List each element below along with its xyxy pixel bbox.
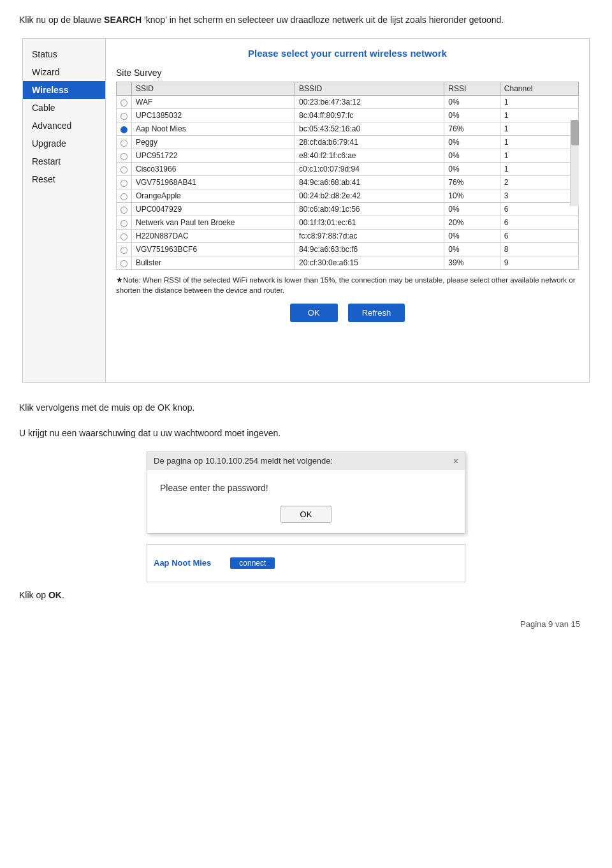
page-number: Pagina 9 van 15 bbox=[520, 619, 580, 629]
radio-cell-6[interactable] bbox=[117, 176, 132, 189]
table-row[interactable]: Peggy28:cf:da:b6:79:410%1 bbox=[117, 136, 579, 149]
table-row[interactable]: Cisco31966c0:c1:c0:07:9d:940%1 bbox=[117, 163, 579, 176]
channel-cell: 1 bbox=[500, 149, 578, 163]
rssi-cell: 0% bbox=[444, 96, 500, 109]
sidebar-item-upgrade[interactable]: Upgrade bbox=[23, 135, 105, 152]
sidebar-item-wireless[interactable]: Wireless bbox=[23, 81, 105, 99]
channel-cell: 1 bbox=[500, 96, 578, 109]
network-table: SSIDBSSIDRSSIChannel WAF00:23:be:47:3a:1… bbox=[116, 82, 579, 270]
channel-cell: 3 bbox=[500, 189, 578, 203]
table-row[interactable]: UPC951722e8:40:f2:1f:c6:ae0%1 bbox=[117, 149, 579, 163]
table-row[interactable]: UPC13850328c:04:ff:80:97:fc0%1 bbox=[117, 109, 579, 122]
table-header-channel: Channel bbox=[500, 82, 578, 96]
intro-bold: SEARCH bbox=[104, 15, 142, 25]
ssid-cell: VGV751963BCF6 bbox=[132, 243, 295, 256]
ssid-cell: Cisco31966 bbox=[132, 163, 295, 176]
bg-connect-button: connect bbox=[230, 557, 275, 569]
radio-unselected bbox=[120, 140, 127, 147]
radio-unselected bbox=[120, 153, 127, 160]
table-row[interactable]: UPC004792980:c6:ab:49:1c:560%6 bbox=[117, 203, 579, 216]
radio-cell-0[interactable] bbox=[117, 96, 132, 109]
rssi-cell: 0% bbox=[444, 149, 500, 163]
bssid-cell: fc:c8:97:88:7d:ac bbox=[295, 230, 444, 243]
refresh-button[interactable]: Refresh bbox=[348, 304, 405, 322]
radio-cell-11[interactable] bbox=[117, 243, 132, 256]
main-content: Please select your current wireless netw… bbox=[106, 39, 589, 382]
radio-cell-3[interactable] bbox=[117, 136, 132, 149]
radio-unselected bbox=[120, 193, 127, 200]
radio-unselected bbox=[120, 207, 127, 214]
rssi-cell: 0% bbox=[444, 203, 500, 216]
radio-cell-10[interactable] bbox=[117, 230, 132, 243]
bssid-cell: e8:40:f2:1f:c6:ae bbox=[295, 149, 444, 163]
table-header-ssid: SSID bbox=[132, 82, 295, 96]
radio-cell-4[interactable] bbox=[117, 149, 132, 163]
sidebar-item-status[interactable]: Status bbox=[23, 45, 105, 63]
scrollbar-thumb bbox=[571, 120, 579, 145]
radio-unselected bbox=[120, 247, 127, 254]
ssid-cell: Bullster bbox=[132, 256, 295, 270]
table-row[interactable]: Aap Noot Miesbc:05:43:52:16:a076%1 bbox=[117, 122, 579, 136]
bssid-cell: bc:05:43:52:16:a0 bbox=[295, 122, 444, 136]
radio-cell-1[interactable] bbox=[117, 109, 132, 122]
bssid-cell: 00:23:be:47:3a:12 bbox=[295, 96, 444, 109]
bssid-cell: 84:9c:a6:63:bc:f6 bbox=[295, 243, 444, 256]
radio-unselected bbox=[120, 220, 127, 227]
network-table-wrapper: SSIDBSSIDRSSIChannel WAF00:23:be:47:3a:1… bbox=[116, 82, 579, 270]
radio-unselected bbox=[120, 260, 127, 267]
radio-cell-9[interactable] bbox=[117, 216, 132, 230]
radio-cell-2[interactable] bbox=[117, 122, 132, 136]
intro-text-after: 'knop' in het scherm en selecteer uw dra… bbox=[142, 15, 504, 25]
sidebar-item-wizard[interactable]: Wizard bbox=[23, 63, 105, 81]
table-row[interactable]: Netwerk van Paul ten Broeke00:1f:f3:01:e… bbox=[117, 216, 579, 230]
router-ui-screenshot: StatusWizardWirelessCableAdvancedUpgrade… bbox=[22, 38, 590, 383]
bssid-cell: 28:cf:da:b6:79:41 bbox=[295, 136, 444, 149]
section3-text: U krijgt nu een waarschuwing dat u uw wa… bbox=[19, 426, 593, 441]
ok-button[interactable]: OK bbox=[290, 304, 338, 322]
channel-cell: 6 bbox=[500, 216, 578, 230]
dialog-body: Please enter the password! OK bbox=[147, 470, 465, 533]
dialog-ok-button[interactable]: OK bbox=[280, 506, 332, 523]
table-row[interactable]: OrangeApple00:24:b2:d8:2e:4210%3 bbox=[117, 189, 579, 203]
radio-cell-7[interactable] bbox=[117, 189, 132, 203]
dialog-message: Please enter the password! bbox=[160, 483, 452, 493]
bssid-cell: 8c:04:ff:80:97:fc bbox=[295, 109, 444, 122]
dialog-button-row: OK bbox=[160, 506, 452, 523]
ssid-cell: Aap Noot Mies bbox=[132, 122, 295, 136]
table-row[interactable]: WAF00:23:be:47:3a:120%1 bbox=[117, 96, 579, 109]
sidebar: StatusWizardWirelessCableAdvancedUpgrade… bbox=[23, 39, 106, 382]
dialog-close-icon[interactable]: × bbox=[453, 456, 458, 466]
radio-unselected bbox=[120, 180, 127, 187]
intro-paragraph: Klik nu op de blauwe SEARCH 'knop' in he… bbox=[19, 13, 593, 27]
sidebar-item-advanced[interactable]: Advanced bbox=[23, 117, 105, 135]
radio-cell-8[interactable] bbox=[117, 203, 132, 216]
scrollbar[interactable] bbox=[570, 120, 579, 206]
section2-text: Klik vervolgens met de muis op de OK kno… bbox=[19, 401, 593, 416]
sidebar-item-reset[interactable]: Reset bbox=[23, 170, 105, 188]
table-row[interactable]: Bullster20:cf:30:0e:a6:1539%9 bbox=[117, 256, 579, 270]
rssi-cell: 0% bbox=[444, 136, 500, 149]
bssid-cell: 84:9c:a6:68:ab:41 bbox=[295, 176, 444, 189]
table-row[interactable]: VGV751968AB4184:9c:a6:68:ab:4176%2 bbox=[117, 176, 579, 189]
ssid-cell: OrangeApple bbox=[132, 189, 295, 203]
click-ok-text-before: Klik op bbox=[19, 590, 48, 600]
dialog-title: De pagina op 10.10.100.254 meldt het vol… bbox=[154, 456, 333, 466]
page-footer: Pagina 9 van 15 bbox=[19, 619, 593, 629]
channel-cell: 8 bbox=[500, 243, 578, 256]
table-row[interactable]: H220N887DACfc:c8:97:88:7d:ac0%6 bbox=[117, 230, 579, 243]
sidebar-item-cable[interactable]: Cable bbox=[23, 99, 105, 117]
bssid-cell: 00:1f:f3:01:ec:61 bbox=[295, 216, 444, 230]
table-header-rssi: RSSI bbox=[444, 82, 500, 96]
ssid-cell: UPC951722 bbox=[132, 149, 295, 163]
rssi-cell: 0% bbox=[444, 163, 500, 176]
intro-text-before: Klik nu op de blauwe bbox=[19, 15, 104, 25]
site-survey-label: Site Survey bbox=[116, 68, 579, 78]
channel-cell: 6 bbox=[500, 203, 578, 216]
background-screenshot-strip: Aap Noot Mies connect bbox=[147, 544, 465, 582]
ssid-cell: H220N887DAC bbox=[132, 230, 295, 243]
radio-cell-5[interactable] bbox=[117, 163, 132, 176]
table-row[interactable]: VGV751963BCF684:9c:a6:63:bc:f60%8 bbox=[117, 243, 579, 256]
ssid-cell: Netwerk van Paul ten Broeke bbox=[132, 216, 295, 230]
radio-cell-12[interactable] bbox=[117, 256, 132, 270]
sidebar-item-restart[interactable]: Restart bbox=[23, 152, 105, 170]
